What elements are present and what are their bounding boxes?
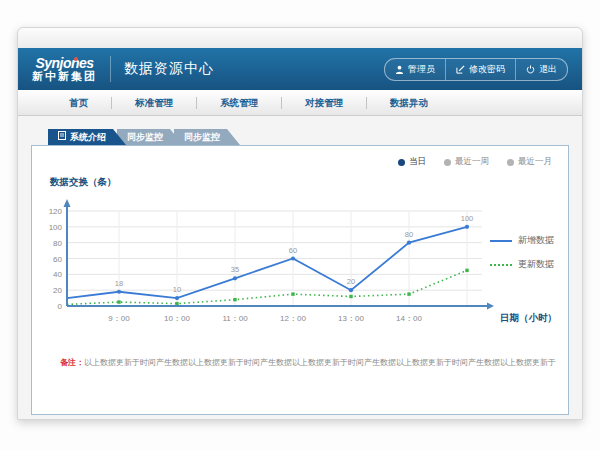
power-icon [526, 65, 535, 74]
content-area: 系统介绍 同步监控 同步监控 当日 最近一周 [18, 116, 582, 415]
svg-text:20: 20 [53, 286, 62, 295]
filter-option-today[interactable]: 当日 [398, 156, 426, 168]
legend-line-swatch-dotted [490, 264, 512, 266]
current-user-label: 管理员 [408, 63, 435, 76]
change-password-button[interactable]: 修改密码 [445, 59, 515, 80]
tab-system-intro[interactable]: 系统介绍 [48, 129, 126, 145]
logo-red-dot [74, 57, 78, 61]
change-password-label: 修改密码 [469, 63, 505, 76]
logo-text: Synjones [32, 56, 97, 71]
tab-sync-monitor-2[interactable]: 同步监控 [174, 129, 240, 145]
tab-sync-monitor-1[interactable]: 同步监控 [117, 129, 183, 145]
legend-item-updated-data[interactable]: 更新数据 [490, 258, 554, 271]
svg-text:13：00: 13：00 [338, 314, 364, 323]
header-divider [110, 56, 111, 82]
tab-bar: 系统介绍 同步监控 同步监控 [31, 129, 569, 145]
svg-text:18: 18 [115, 279, 123, 288]
footnote-prefix: 备注： [60, 358, 84, 367]
legend-line-swatch-solid [490, 240, 512, 242]
app-title: 数据资源中心 [124, 60, 214, 78]
chart-legend: 新增数据 更新数据 [490, 234, 554, 271]
radio-unselected-icon [507, 159, 514, 166]
tab-label: 系统介绍 [70, 129, 106, 145]
filter-option-last-month[interactable]: 最近一月 [507, 156, 552, 168]
svg-text:100: 100 [49, 223, 63, 232]
svg-text:20: 20 [347, 277, 355, 286]
footnote: 备注：以上数据更新于时间产生数据以上数据更新于时间产生数据以上数据更新于时间产生… [60, 357, 548, 368]
main-nav: 首页 标准管理 系统管理 对接管理 数据异动 [18, 90, 582, 116]
footnote-text: 以上数据更新于时间产生数据以上数据更新于时间产生数据以上数据更新于时间产生数据以… [84, 358, 556, 367]
app-header: Synjones 新中新集团 数据资源中心 管理员 修改密码 [18, 48, 582, 90]
svg-text:80: 80 [405, 230, 413, 239]
svg-text:35: 35 [231, 265, 239, 274]
radio-unselected-icon [444, 159, 451, 166]
svg-text:日期（小时）: 日期（小时） [500, 312, 557, 324]
radio-selected-icon [398, 159, 405, 166]
edit-icon [456, 65, 465, 74]
tab-label: 同步监控 [127, 129, 163, 145]
logo-subtext: 新中新集团 [32, 71, 97, 83]
svg-text:80: 80 [53, 239, 62, 248]
nav-item-system-management[interactable]: 系统管理 [197, 90, 281, 116]
svg-text:10: 10 [173, 285, 181, 294]
svg-text:100: 100 [461, 214, 474, 223]
svg-text:60: 60 [289, 246, 297, 255]
svg-text:12：00: 12：00 [280, 314, 306, 323]
logout-button[interactable]: 退出 [515, 59, 567, 80]
user-menu: 管理员 修改密码 退出 [384, 58, 568, 81]
svg-text:10：00: 10：00 [164, 314, 190, 323]
logo: Synjones 新中新集团 [32, 56, 97, 82]
filter-option-last-week[interactable]: 最近一周 [444, 156, 489, 168]
nav-item-data-changes[interactable]: 数据异动 [367, 90, 451, 116]
time-range-filter: 当日 最近一周 最近一月 [398, 156, 552, 168]
filter-label: 当日 [409, 156, 426, 168]
nav-item-home[interactable]: 首页 [46, 90, 111, 116]
tab-label: 同步监控 [184, 129, 220, 145]
nav-item-docking-management[interactable]: 对接管理 [282, 90, 366, 116]
legend-label: 新增数据 [518, 234, 554, 247]
svg-text:40: 40 [53, 270, 62, 279]
legend-item-new-data[interactable]: 新增数据 [490, 234, 554, 247]
logout-label: 退出 [539, 63, 557, 76]
svg-text:14：00: 14：00 [396, 314, 422, 323]
svg-text:11：00: 11：00 [222, 314, 248, 323]
page: Synjones 新中新集团 数据资源中心 管理员 修改密码 [0, 0, 600, 450]
svg-text:9：00: 9：00 [108, 314, 130, 323]
app-window: Synjones 新中新集团 数据资源中心 管理员 修改密码 [17, 27, 583, 420]
chart-panel: 当日 最近一周 最近一月 数据交换（条） 0204060801001209：00… [31, 145, 569, 415]
window-titlebar [18, 28, 582, 48]
current-user-button[interactable]: 管理员 [385, 59, 445, 80]
legend-label: 更新数据 [518, 258, 554, 271]
chart-y-axis-title: 数据交换（条） [50, 176, 117, 189]
user-icon [395, 65, 404, 74]
svg-text:120: 120 [49, 207, 63, 216]
filter-label: 最近一月 [518, 156, 552, 168]
document-icon [58, 129, 66, 145]
filter-label: 最近一周 [455, 156, 489, 168]
svg-text:60: 60 [53, 255, 62, 264]
svg-text:0: 0 [58, 302, 63, 311]
nav-item-standard-management[interactable]: 标准管理 [112, 90, 196, 116]
